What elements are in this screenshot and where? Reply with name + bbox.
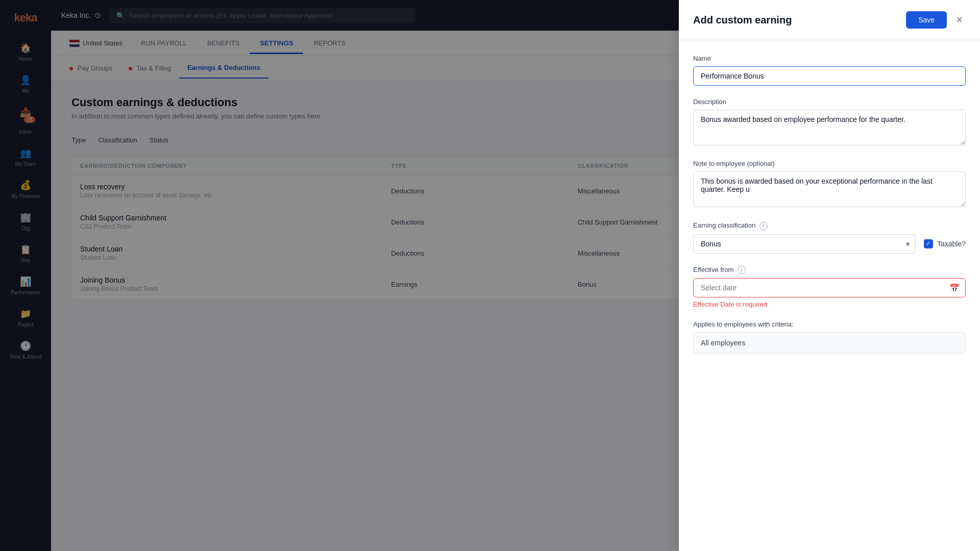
effective-from-error: Effective Date is required	[693, 300, 966, 308]
note-label: Note to employee (optional)	[693, 160, 966, 167]
taxable-checkbox-icon[interactable]: ✓	[924, 239, 933, 248]
calendar-icon[interactable]: 📅	[949, 283, 960, 293]
modal-body: Name Description Note to employee (optio…	[679, 40, 980, 551]
name-input[interactable]	[693, 66, 966, 86]
close-button[interactable]: ×	[953, 13, 966, 27]
classification-label: Earning classification i	[693, 221, 966, 230]
name-field-group: Name	[693, 55, 966, 86]
description-label: Description	[693, 98, 966, 106]
effective-from-field-group: Effective from i 📅 Effective Date is req…	[693, 266, 966, 309]
applies-to-value: All employees	[693, 332, 966, 354]
classification-label-text: Earning classification	[693, 221, 755, 229]
modal-header-actions: Save ×	[906, 11, 966, 29]
applies-to-label: Applies to employees with criteria:	[693, 320, 966, 328]
classification-info-icon[interactable]: i	[760, 222, 768, 230]
modal-header: Add custom earning Save ×	[679, 0, 980, 40]
applies-to-field-group: Applies to employees with criteria: All …	[693, 320, 966, 354]
modal-title: Add custom earning	[693, 14, 792, 26]
date-input-wrapper: 📅	[693, 278, 966, 297]
taxable-label: Taxable?	[937, 240, 966, 248]
classification-select[interactable]: Bonus Regular Commission Miscellaneous	[693, 234, 916, 254]
effective-from-input[interactable]	[693, 278, 966, 297]
save-button[interactable]: Save	[906, 11, 947, 29]
note-field-group: Note to employee (optional)	[693, 160, 966, 209]
classification-row: Bonus Regular Commission Miscellaneous ▾…	[693, 234, 966, 254]
taxable-checkbox[interactable]: ✓ Taxable?	[924, 239, 966, 248]
description-input[interactable]	[693, 110, 966, 145]
effective-from-label-text: Effective from	[693, 266, 733, 273]
note-input[interactable]	[693, 171, 966, 207]
effective-from-label: Effective from i	[693, 266, 966, 274]
classification-field-group: Earning classification i Bonus Regular C…	[693, 221, 966, 254]
classification-select-wrapper: Bonus Regular Commission Miscellaneous ▾	[693, 234, 916, 254]
name-label: Name	[693, 55, 966, 62]
description-field-group: Description	[693, 98, 966, 147]
effective-from-info-icon[interactable]: i	[738, 266, 746, 274]
add-custom-earning-modal: Add custom earning Save × Name Descripti…	[679, 0, 980, 551]
